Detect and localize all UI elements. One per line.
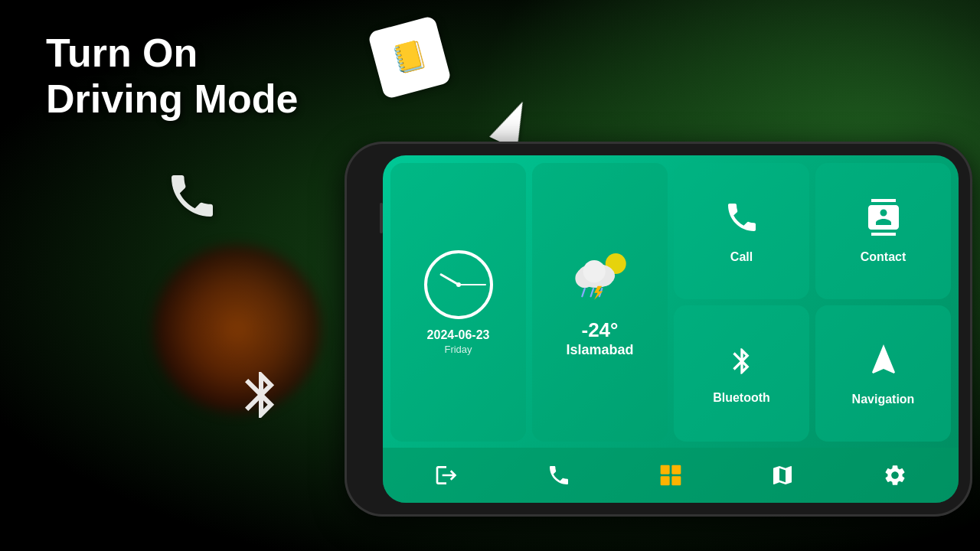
weather-city: Islamabad — [566, 342, 633, 358]
driving-mode-title: Turn On Driving Mode — [46, 31, 298, 122]
nav-home-button[interactable] — [651, 455, 691, 495]
weather-temperature: -24° — [582, 318, 619, 342]
clock-date: 2024-06-23 — [427, 328, 490, 342]
weather-cell[interactable]: -24° Islamabad — [532, 163, 668, 442]
clock-cell[interactable]: 2024-06-23 Friday — [390, 163, 526, 442]
nav-map-button[interactable] — [763, 455, 802, 495]
svg-rect-10 — [671, 465, 681, 474]
svg-rect-11 — [661, 476, 670, 485]
call-label: Call — [730, 250, 753, 264]
svg-line-5 — [582, 289, 584, 296]
floating-phone-icon — [165, 168, 220, 236]
contact-icon — [865, 199, 902, 244]
bluetooth-label: Bluetooth — [713, 391, 770, 405]
floating-bluetooth-icon — [234, 367, 289, 435]
left-panel: Turn On Driving Mode — [46, 31, 298, 122]
clock-center-dot — [456, 282, 461, 287]
navigation-icon — [865, 341, 902, 386]
bluetooth-cell[interactable]: Bluetooth — [674, 305, 809, 442]
phone-device: 2024-06-23 Friday — [345, 142, 972, 517]
navigation-cell[interactable]: Navigation — [815, 305, 951, 442]
bluetooth-icon — [727, 343, 757, 385]
clock-icon — [424, 250, 493, 319]
bottom-nav-bar — [383, 448, 959, 503]
contact-cell[interactable]: Contact — [815, 163, 951, 299]
svg-point-4 — [583, 260, 605, 282]
nav-phone-button[interactable] — [539, 455, 579, 495]
nav-exit-button[interactable] — [426, 455, 466, 495]
clock-day: Friday — [444, 344, 472, 355]
svg-rect-12 — [671, 476, 681, 485]
app-grid: 2024-06-23 Friday — [390, 163, 951, 442]
weather-icon — [566, 247, 635, 312]
svg-rect-9 — [661, 465, 670, 474]
call-icon — [724, 199, 760, 244]
nav-settings-button[interactable] — [875, 455, 915, 495]
contact-label: Contact — [861, 250, 906, 264]
clock-minute-hand — [459, 284, 486, 285]
navigation-label: Navigation — [852, 393, 915, 406]
phone-screen: 2024-06-23 Friday — [383, 155, 959, 503]
svg-line-6 — [590, 289, 593, 296]
call-cell[interactable]: Call — [674, 163, 809, 299]
